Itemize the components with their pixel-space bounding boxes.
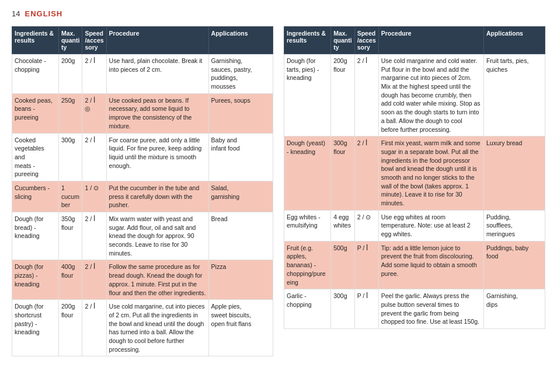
cell-procedure: Mix warm water with yeast and sugar. Add…: [106, 212, 208, 260]
cell-max: 400g flour: [58, 260, 82, 300]
table-row: Dough (yeast) - kneading300g flour2 / ꟾF…: [284, 136, 545, 211]
left-col-header-ingredient: Ingredients &results: [12, 27, 59, 54]
cell-procedure: Use cold margarine and cold water. Put f…: [378, 54, 483, 136]
cell-ingredient: Chocolate - chopping: [12, 54, 59, 94]
table-row: Dough (for bread) - kneading350g flour2 …: [12, 212, 273, 260]
cell-procedure: Follow the same procedure as for bread d…: [106, 260, 208, 300]
cell-procedure: Use hard, plain chocolate. Break it into…: [106, 54, 208, 94]
right-col-header-speed: Speed/accessory: [354, 27, 378, 54]
cell-ingredient: Cooked vegetables and meats - pureeing: [12, 133, 59, 181]
left-col-header-speed: Speed/accessory: [82, 27, 106, 54]
cell-max: 300g flour: [331, 136, 355, 211]
table-row: Cooked vegetables and meats - pureeing30…: [12, 133, 273, 181]
cell-max: 200g: [58, 54, 82, 94]
left-col-header-applications: Applications: [208, 27, 273, 54]
right-col-header-ingredient: Ingredients &results: [284, 27, 331, 54]
cell-max: 250g: [58, 93, 82, 133]
cell-applications: Baby and infant food: [208, 133, 273, 181]
cell-applications: Pudding, soufflees, meringues: [483, 210, 545, 241]
cell-speed: 1 / ⊙: [82, 181, 106, 212]
right-col-header-max: Max.quantity: [331, 27, 355, 54]
page-language: ENGLISH: [25, 9, 62, 18]
table-row: Dough (for tarts, pies) - kneading200g f…: [284, 54, 545, 136]
cell-applications: Puddings, baby food: [483, 241, 545, 289]
cell-speed: P / ꟾ: [354, 241, 378, 289]
cell-procedure: Use cooked peas or beans. If necessary, …: [106, 93, 208, 133]
cell-max: 300g: [58, 133, 82, 181]
cell-max: 500g: [331, 241, 355, 289]
cell-ingredient: Dough (for bread) - kneading: [12, 212, 59, 260]
cell-speed: 2 / ꟾ: [82, 133, 106, 181]
table-row: Garlic - chopping300gP / ꟾPeel the garli…: [284, 289, 545, 329]
right-table: Ingredients &results Max.quantity Speed/…: [284, 26, 545, 329]
table-row: Egg whites - emulsifying4 egg whites2 / …: [284, 210, 545, 241]
cell-procedure: Put the cucumber in the tube and press i…: [106, 181, 208, 212]
right-col-header-applications: Applications: [483, 27, 545, 54]
left-col-header-procedure: Procedure: [106, 27, 208, 54]
page-number: 14: [12, 9, 20, 18]
cell-max: 300g: [331, 289, 355, 329]
cell-max: 4 egg whites: [331, 210, 355, 241]
cell-ingredient: Garlic - chopping: [284, 289, 331, 329]
cell-applications: Bread: [208, 212, 273, 260]
table-row: Cooked peas, beans - pureeing250g2 / ꟾ ◎…: [12, 93, 273, 133]
cell-speed: 2 / ꟾ ◎: [82, 93, 106, 133]
cell-ingredient: Dough (for shortcrust pastry) - kneading: [12, 300, 59, 356]
cell-speed: 2 / ꟾ: [354, 136, 378, 211]
cell-applications: Garnishing, sauces, pastry, puddings, mo…: [208, 54, 273, 94]
left-table: Ingredients &results Max.quantity Speed/…: [12, 26, 273, 356]
cell-speed: 2 / ꟾ: [354, 54, 378, 136]
table-row: Chocolate - chopping200g2 / ꟾUse hard, p…: [12, 54, 273, 94]
cell-speed: 2 / ꟾ: [82, 212, 106, 260]
cell-procedure: First mix yeast, warm milk and some suga…: [378, 136, 483, 211]
left-col-header-max: Max.quantity: [58, 27, 82, 54]
cell-applications: Purees, soups: [208, 93, 273, 133]
cell-procedure: Tip: add a little lemon juice to prevent…: [378, 241, 483, 289]
cell-ingredient: Dough (yeast) - kneading: [284, 136, 331, 211]
right-col-header-procedure: Procedure: [378, 27, 483, 54]
cell-applications: Pizza: [208, 260, 273, 300]
cell-applications: Fruit tarts, pies, quiches: [483, 54, 545, 136]
cell-speed: 2 / ꟾ: [82, 260, 106, 300]
cell-ingredient: Dough (for pizzas) - kneading: [12, 260, 59, 300]
table-row: Dough (for pizzas) - kneading400g flour2…: [12, 260, 273, 300]
cell-applications: Salad, garnishing: [208, 181, 273, 212]
cell-ingredient: Dough (for tarts, pies) - kneading: [284, 54, 331, 136]
left-table-section: Ingredients &results Max.quantity Speed/…: [12, 26, 273, 356]
cell-procedure: Use egg whites at room temperature. Note…: [378, 210, 483, 241]
cell-procedure: Peel the garlic. Always press the pulse …: [378, 289, 483, 329]
tables-wrapper: Ingredients &results Max.quantity Speed/…: [12, 26, 545, 356]
cell-applications: Apple pies, sweet biscuits, open fruit f…: [208, 300, 273, 356]
cell-applications: Garnishing, dips: [483, 289, 545, 329]
page-header: 14 ENGLISH: [12, 9, 545, 18]
cell-procedure: Use cold margarine, cut into pieces of 2…: [106, 300, 208, 356]
cell-max: 1 cucum ber: [58, 181, 82, 212]
right-table-section: Ingredients &results Max.quantity Speed/…: [284, 26, 545, 356]
cell-applications: Luxury bread: [483, 136, 545, 211]
cell-speed: 2 / ⊙: [354, 210, 378, 241]
table-row: Dough (for shortcrust pastry) - kneading…: [12, 300, 273, 356]
table-row: Fruit (e.g. apples, bananas) - chopping/…: [284, 241, 545, 289]
cell-max: 200g flour: [58, 300, 82, 356]
cell-ingredient: Cooked peas, beans - pureeing: [12, 93, 59, 133]
cell-speed: 2 / ꟾ: [82, 54, 106, 94]
cell-procedure: For coarse puree, add only a little liqu…: [106, 133, 208, 181]
cell-max: 350g flour: [58, 212, 82, 260]
cell-ingredient: Fruit (e.g. apples, bananas) - chopping/…: [284, 241, 331, 289]
cell-max: 200g flour: [331, 54, 355, 136]
cell-ingredient: Cucumbers - slicing: [12, 181, 59, 212]
table-row: Cucumbers - slicing1 cucum ber1 / ⊙Put t…: [12, 181, 273, 212]
cell-speed: P / ꟾ: [354, 289, 378, 329]
cell-speed: 2 / ꟾ: [82, 300, 106, 356]
cell-ingredient: Egg whites - emulsifying: [284, 210, 331, 241]
